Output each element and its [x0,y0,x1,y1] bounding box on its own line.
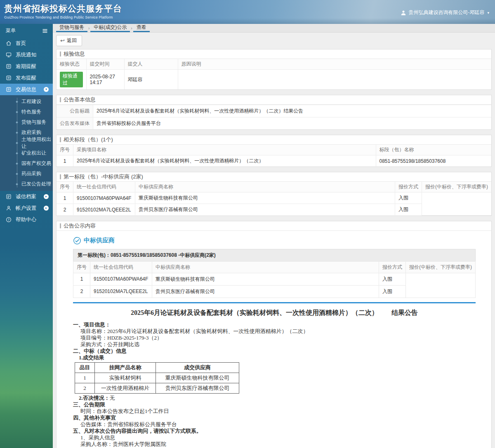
sidebar-item-system-notice[interactable]: 系统通知 [0,49,53,61]
result-table: 品目 挂网产品名称 成交供应商 1 实验耗材饲料 重庆斯硕生物科技有限公司 [75,362,239,394]
target-check-icon [73,237,81,245]
breadcrumb-item-goods-services[interactable]: 货物与服务 [56,24,87,32]
related-sections-title: 相关标段（包）(1个) [57,135,491,145]
doc-line: 采购人名称：贵州医科大学附属医院 [73,441,476,448]
col-header: 中标供应商名称 [152,261,379,273]
hamburger-icon[interactable] [42,28,48,34]
user-name: 贵州弘典建设咨询有限公司-邓廷容 [408,9,484,16]
sidebar-item-overdue-reminder[interactable]: 逾期提醒 [0,61,53,72]
publish-media-value: 贵州省招标投标公共服务平台 [93,117,492,130]
dot-icon [16,173,18,175]
product-name-cell: 实验耗材饲料 [95,373,156,383]
col-header: 原因说明 [178,59,491,70]
submenu-item-land-use[interactable]: 土地使用权出让 [0,138,53,148]
notice-content-panel: 公告公示内容 中标供应商 第一标段(包)：0851-85755198/18585… [56,221,492,448]
sidebar-item-home[interactable]: 首页 [0,38,53,49]
table-row: 1 91500107MA60PWA64F 重庆斯硕生物科技有限公司 入围 [73,273,476,285]
sidebar-item-help-center[interactable]: ? 帮助中心 [0,214,53,225]
back-arrow-icon: ↩ [60,38,65,44]
breadcrumb: 货物与服务 › 中标(成交)公示 › 查看 [53,24,495,33]
section-marker [60,174,61,179]
submenu-label: 已发公告处理 [21,181,51,188]
field-label: 公告标题 [57,105,93,117]
breadcrumb-item-view[interactable]: 查看 [133,24,150,32]
table-header-row: 序号 统一社会信用代码 中标供应商名称 报价方式 报价(中标价、下浮率或费率) [57,182,491,192]
submenu-item-mining-rights[interactable]: 矿业权出让 [0,148,53,158]
submenu-label: 药品采购 [21,170,41,177]
top-header: 贵州省招标投标公共服务平台 GuiZhou Province Tendering… [0,0,495,24]
table-header-row: 核验状态 提交时间 提交人 原因说明 [57,59,491,70]
document-icon [6,87,12,92]
price-cell [406,273,476,298]
submenu-item-special-services[interactable]: 特色服务 [0,107,53,117]
basic-info-title: 公告基本信息 [57,95,491,105]
winners-heading-label: 中标供应商 [84,237,115,244]
section-title: 第一标段（包）-中标供应商 (2家) [64,173,143,181]
verify-panel: 核验信息 核验状态 提交时间 提交人 原因说明 核验通过 2025-08-27 … [56,49,492,90]
winners-title: 第一标段（包）-中标供应商 (2家) [57,172,491,182]
submenu-item-goods-services[interactable]: 货物与服务 [0,117,53,127]
notice-winners-table: 序号 统一社会信用代码 中标供应商名称 报价方式 报价(中标价、下浮率或费率) … [73,261,476,298]
submenu-item-drug-procurement[interactable]: 药品采购 [0,169,53,179]
submenu-item-engineering[interactable]: 工程建设 [0,96,53,107]
user-icon [401,10,406,16]
sidebar-item-credit-archive[interactable]: 诚信档案 ▸ [0,191,53,202]
sidebar-item-label: 帐户设置 [16,205,40,212]
chevron-right-icon: ▸ [44,194,49,199]
reason-cell [178,70,491,90]
credit-code-cell: 91520102MA7LQEEE2L [73,204,135,216]
col-header: 挂网产品名称 [95,362,156,373]
table-row: 公告发布媒体 贵州省招标投标公共服务平台 [57,117,491,130]
project-name-cell: 2025年6月论证耗材及设备配套耗材（实验耗材饲料、一次性使用酒精棉片）（二次） [73,155,376,167]
page-content: 核验信息 核验状态 提交时间 提交人 原因说明 核验通过 2025-08-27 … [53,48,495,448]
sidebar-item-publish-reminder[interactable]: 发布提醒 [0,72,53,84]
table-header-row: 序号 统一社会信用代码 中标供应商名称 报价方式 报价(中标价、下浮率或费率) [73,261,476,273]
seq-cell: 1 [57,155,73,167]
col-header: 品目 [75,362,95,373]
chevron-right-icon: ▸ [44,206,49,211]
dot-icon [16,121,18,124]
breadcrumb-item-award-notice[interactable]: 中标(成交)公示 [90,24,130,32]
menu-label: 菜单 [6,27,16,34]
deal-supplier-cell: 重庆斯硕生物科技有限公司 [156,373,239,383]
site-subtitle: GuiZhou Province Tendering and Bidding P… [4,15,122,19]
notice-body: 中标供应商 第一标段(包)：0851-85755198/18585037608 … [57,231,491,448]
dot-icon [16,131,18,134]
related-sections-panel: 相关标段（包）(1个) 序号 采购项目名称 标段（包）名称 1 2025年6月论… [56,135,492,167]
section-title: 公告公示内容 [64,222,96,230]
main-area: 货物与服务 › 中标(成交)公示 › 查看 ↩ 返回 核验信息 [53,24,495,448]
verify-panel-title: 核验信息 [57,49,491,59]
submit-time-cell: 2025-08-27 14:17 [86,70,124,90]
dot-icon [16,162,18,165]
col-header: 标段（包）名称 [376,145,491,155]
reject-value: 无 [110,395,115,401]
section-marker [60,97,61,102]
item-no-cell: 2 [75,383,95,393]
supplier-name-cell: 贵州贝东医疗器械有限公司 [135,204,395,216]
submenu-label: 政府采购 [21,129,41,136]
table-row: 1 91500107MA60PWA64F 重庆斯硕生物科技有限公司 入围 [57,192,491,204]
dot-icon [16,101,18,103]
sidebar-item-trade-info[interactable]: 交易信息 ▾ [0,84,53,95]
back-button[interactable]: ↩ 返回 [56,35,82,46]
col-header: 核验状态 [57,59,86,70]
submenu-item-state-property[interactable]: 国有产权交易 [0,158,53,169]
announcement-title-value: 2025年6月论证耗材及设备配套耗材（实验耗材饲料、一次性使用酒精棉片）（二次）… [93,105,492,117]
brand: 贵州省招标投标公共服务平台 GuiZhou Province Tendering… [4,3,122,19]
col-header: 报价(中标价、下浮率或费率) [422,182,492,192]
monitor-icon [6,52,12,58]
section-marker [60,52,61,56]
table-row: 2 一次性使用酒精棉片 贵州贝东医疗器械有限公司 [75,383,239,393]
person-icon [6,205,12,211]
submenu-item-published-notices[interactable]: 已发公告处理 [0,179,53,189]
doc-line: 时间：自本公告发布之日起1个工作日 [73,408,476,415]
credit-code-cell: 91500107MA60PWA64F [90,273,152,285]
basic-info-panel: 公告基本信息 公告标题 2025年6月论证耗材及设备配套耗材（实验耗材饲料、一次… [56,95,492,130]
notice-content-title: 公告公示内容 [57,221,491,231]
dot-icon [16,142,18,144]
breadcrumb-separator: › [87,24,90,32]
doc-heading: 二、中标（成交）信息 [73,348,476,354]
sidebar-item-account-settings[interactable]: 帐户设置 ▸ [0,202,53,214]
col-header: 报价方式 [379,261,406,273]
user-menu[interactable]: 贵州弘典建设咨询有限公司-邓廷容 ▾ [401,9,489,16]
